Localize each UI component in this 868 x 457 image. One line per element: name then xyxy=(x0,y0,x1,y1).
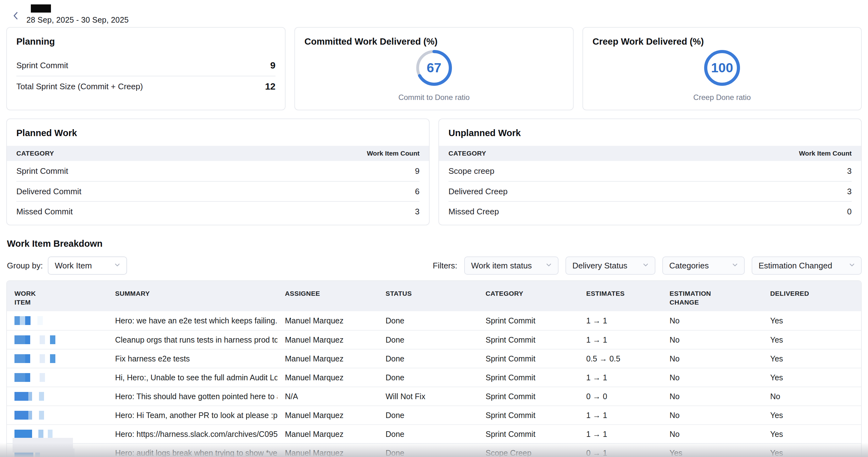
estimates-cell: 1 → 1 xyxy=(579,425,662,443)
planned-work-title: Planned Work xyxy=(7,119,429,138)
estimates-cell: 1 → 1 xyxy=(579,406,662,424)
status-cell: Done xyxy=(378,406,478,424)
category-column-header: CATEGORY xyxy=(17,150,54,157)
planned-work-table-header: CATEGORY Work Item Count xyxy=(7,146,429,161)
table-row[interactable]: Hero: This should have gotten pointed he… xyxy=(7,387,861,405)
assignee-cell: N/A xyxy=(277,387,378,405)
status-cell: Done xyxy=(378,425,478,443)
group-by-label: Group by: xyxy=(7,261,43,271)
sprint-name-redacted xyxy=(31,4,51,12)
planning-card: Planning Sprint Commit 9 Total Sprint Si… xyxy=(6,27,285,110)
chevron-down-icon xyxy=(642,261,649,271)
category-cell: Sprint Commit xyxy=(478,368,579,387)
unplanned-work-table-header: CATEGORY Work Item Count xyxy=(439,146,861,161)
summary-cell: Hero: audit logs break when trying to sh… xyxy=(107,444,277,457)
committed-gauge-wrap: 67 Commit to Done ratio xyxy=(295,48,573,102)
summary-cell: Hi, Hero:, Unable to see the full admin … xyxy=(107,368,277,387)
status-cell: Done xyxy=(378,311,478,330)
estimation-change-cell: No xyxy=(662,425,763,443)
count-column-header: Work Item Count xyxy=(367,150,420,157)
work-item-id-redacted[interactable] xyxy=(14,368,45,387)
group-by-select[interactable]: Work Item xyxy=(48,257,127,275)
delivered-cell: Yes xyxy=(763,425,861,443)
unplanned-work-card: Unplanned Work CATEGORY Work Item Count … xyxy=(438,119,862,225)
estimation-change-cell: No xyxy=(662,350,763,368)
assignee-cell: Manuel Marquez xyxy=(277,368,378,387)
delivered-cell: Yes xyxy=(763,406,861,424)
planning-row: Total Sprint Size (Commit + Creep) 12 xyxy=(17,76,276,97)
back-button[interactable] xyxy=(9,9,23,23)
chevron-down-icon xyxy=(848,261,856,271)
work-item-id-redacted[interactable] xyxy=(14,311,43,330)
summary-cell: Cleanup orgs that runs tests in harness … xyxy=(107,331,277,349)
planning-row-label: Sprint Commit xyxy=(17,61,68,70)
estimation-change-cell: No xyxy=(662,311,763,330)
filter-work-item-status[interactable]: Work item status xyxy=(464,257,559,275)
breakdown-controls: Group by: Work Item Filters: Work item s… xyxy=(6,257,862,275)
delivered-cell: Yes xyxy=(763,368,861,387)
filter-value: Estimation Changed xyxy=(758,261,832,271)
committed-gauge-caption: Commit to Done ratio xyxy=(399,93,470,102)
unplanned-work-rows: Scope creep 3 Delivered Creep 3 Missed C… xyxy=(439,161,861,221)
filter-categories[interactable]: Categories xyxy=(662,257,745,275)
table-row[interactable]: Hero: audit logs break when trying to sh… xyxy=(7,443,861,457)
estimates-cell: 0 → 1 xyxy=(579,444,662,457)
row-label: Missed Commit xyxy=(17,207,73,217)
table-row[interactable]: Cleanup orgs that runs tests in harness … xyxy=(7,330,861,349)
creep-gauge: 100 xyxy=(703,48,742,87)
category-cell: Sprint Commit xyxy=(478,331,579,349)
estimation-change-cell: No xyxy=(662,387,763,405)
committed-work-title: Committed Work Delivered (%) xyxy=(295,28,573,47)
work-item-id-redacted[interactable] xyxy=(14,331,55,349)
work-tables-row: Planned Work CATEGORY Work Item Count Sp… xyxy=(6,119,862,225)
committed-gauge: 67 xyxy=(414,48,454,87)
table-row[interactable]: Fix harness e2e tests Manuel Marquez Don… xyxy=(7,349,861,368)
column-header-category: CATEGORY xyxy=(478,281,579,311)
row-value: 3 xyxy=(847,166,851,176)
row-value: 3 xyxy=(847,187,851,196)
row-label: Delivered Creep xyxy=(448,187,507,196)
filter-value: Categories xyxy=(669,261,709,271)
table-row: Missed Creep 0 xyxy=(448,201,851,221)
filter-estimation-changed[interactable]: Estimation Changed xyxy=(752,257,862,275)
kpi-cards-row: Planning Sprint Commit 9 Total Sprint Si… xyxy=(6,27,862,110)
creep-gauge-value: 100 xyxy=(703,48,742,87)
chevron-down-icon xyxy=(545,261,552,271)
count-column-header: Work Item Count xyxy=(799,150,851,157)
status-cell: Done xyxy=(378,331,478,349)
category-cell: Sprint Commit xyxy=(478,425,579,443)
row-label: Missed Creep xyxy=(448,207,499,217)
column-header-estimates: ESTIMATES xyxy=(579,281,662,311)
chevron-left-icon xyxy=(12,11,20,22)
work-item-id-redacted[interactable] xyxy=(14,387,44,405)
table-row[interactable]: Hi, Hero:, Unable to see the full admin … xyxy=(7,368,861,387)
table-row[interactable]: Hero: https://harness.slack.com/archives… xyxy=(7,424,861,443)
assignee-cell: Manuel Marquez xyxy=(277,350,378,368)
group-by-value: Work Item xyxy=(55,261,92,271)
summary-cell: Fix harness e2e tests xyxy=(107,350,277,368)
work-item-id-redacted[interactable] xyxy=(14,406,44,424)
delivered-cell: Yes xyxy=(763,444,861,457)
table-row[interactable]: Hero: we have an e2e test which keeps fa… xyxy=(7,311,861,330)
breakdown-table-header: WORK ITEM SUMMARY ASSIGNEE STATUS CATEGO… xyxy=(7,281,861,311)
topbar: 28 Sep, 2025 - 30 Sep, 2025 xyxy=(6,0,862,27)
delivered-cell: No xyxy=(763,387,861,405)
table-row: Delivered Creep 3 xyxy=(448,181,851,201)
estimation-change-cell: No xyxy=(662,331,763,349)
planning-rows: Sprint Commit 9 Total Sprint Size (Commi… xyxy=(7,55,285,97)
row-value: 0 xyxy=(847,207,851,217)
planning-row-value: 12 xyxy=(265,81,276,92)
column-header-estimation-change: ESTIMATION CHANGE xyxy=(662,281,763,311)
filter-delivery-status[interactable]: Delivery Status xyxy=(565,257,655,275)
row-value: 3 xyxy=(415,207,420,217)
table-row[interactable]: Hero: Hi Team, another PR to look at ple… xyxy=(7,405,861,424)
category-cell: Sprint Commit xyxy=(478,311,579,330)
work-item-id-redacted[interactable] xyxy=(14,350,55,368)
planning-card-title: Planning xyxy=(7,28,285,47)
filter-value: Work item status xyxy=(471,261,532,271)
category-column-header: CATEGORY xyxy=(448,150,486,157)
sprint-date-range: 28 Sep, 2025 - 30 Sep, 2025 xyxy=(26,15,129,25)
table-row: Sprint Commit 9 xyxy=(17,161,420,181)
chevron-down-icon xyxy=(732,261,738,271)
filter-value: Delivery Status xyxy=(572,261,627,271)
